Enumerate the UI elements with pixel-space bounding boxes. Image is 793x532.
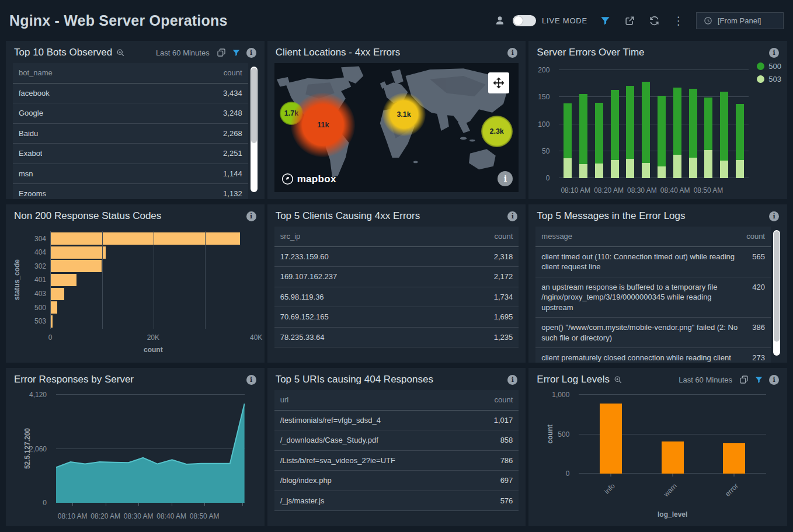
panel-title: Client Locations - 4xx Errors [276, 47, 401, 58]
map-bubble[interactable]: 11k [291, 93, 355, 157]
table-row[interactable]: Exabot2,251 [13, 144, 248, 164]
table-row[interactable]: /blog/index.php697 [274, 471, 519, 491]
stacked-bar[interactable] [689, 70, 697, 178]
column-header: count [495, 231, 513, 242]
map-info-icon[interactable] [498, 171, 513, 186]
bar[interactable] [51, 301, 57, 314]
table-row[interactable]: Google3,248 [13, 103, 248, 124]
info-icon[interactable] [507, 48, 517, 58]
scrollbar-thumb[interactable] [251, 68, 257, 143]
bar-segment [736, 104, 744, 160]
scrollbar[interactable] [251, 67, 258, 192]
cell-value: 1,734 [494, 292, 513, 302]
share-icon[interactable] [622, 13, 637, 27]
bar-segment [579, 164, 587, 178]
info-icon[interactable] [246, 48, 256, 58]
scrollbar[interactable] [773, 230, 780, 356]
stacked-bar[interactable] [642, 70, 650, 178]
table-row[interactable]: Ezooms1,132 [13, 184, 248, 199]
bar[interactable] [51, 315, 53, 328]
stacked-bar[interactable] [720, 70, 728, 178]
table-row[interactable]: 65.98.119.361,734 [274, 287, 519, 308]
table-row[interactable]: /testimonials/ref=vfgb_sdsd_41,017 [274, 411, 519, 431]
mapbox-attribution[interactable]: mapbox [281, 173, 336, 185]
table-row[interactable]: facebook3,434 [13, 84, 248, 104]
table-row[interactable]: /_downloads/Case_Study.pdf858 [274, 430, 519, 451]
panel-title: Top 5 Clients Causing 4xx Errors [276, 210, 420, 222]
table-row[interactable]: an upstream response is buffered to a te… [535, 277, 771, 318]
info-icon[interactable] [769, 211, 779, 221]
bar[interactable] [51, 232, 240, 245]
refresh-icon[interactable] [647, 13, 661, 27]
stacked-bar[interactable] [704, 70, 712, 178]
bar-segment [704, 150, 712, 178]
bar-segment [673, 155, 681, 178]
bar-segment [626, 86, 634, 159]
zoom-in-icon[interactable] [614, 375, 622, 384]
copy-panel-icon[interactable] [739, 375, 749, 384]
info-icon[interactable] [246, 375, 256, 385]
info-icon[interactable] [769, 48, 779, 58]
bar[interactable] [51, 246, 106, 259]
stacked-bar[interactable] [626, 70, 634, 178]
x-tick-label: 0 [48, 333, 53, 342]
legend-item[interactable]: 503 [757, 75, 781, 84]
info-icon[interactable] [246, 211, 256, 221]
bar[interactable] [51, 260, 102, 272]
bar[interactable] [51, 274, 76, 286]
panel-title: Top 10 Bots Observed [14, 47, 112, 58]
expand-map-button[interactable] [488, 72, 509, 93]
table-row[interactable]: 78.235.33.641,235 [274, 328, 519, 348]
legend-item[interactable]: 500 [757, 62, 781, 71]
table-row[interactable]: client prematurely closed connection whi… [535, 348, 771, 363]
cell-value: 386 [752, 322, 765, 333]
table-row[interactable]: 17.233.159.602,318 [274, 247, 519, 267]
table-row[interactable]: /Lists/b/ref=sva_videos_2?ie=UTF786 [274, 451, 519, 471]
bar[interactable] [51, 288, 64, 300]
filter-icon[interactable] [754, 375, 763, 384]
stacked-bar[interactable] [579, 70, 587, 178]
table-row[interactable]: 70.69.152.1651,695 [274, 307, 519, 328]
table-header-row: src_ipcount [274, 227, 519, 247]
table-row[interactable]: 169.107.162.2372,172 [274, 267, 519, 287]
stacked-bar[interactable] [564, 70, 572, 178]
stacked-bar[interactable] [658, 70, 666, 178]
bar[interactable] [723, 443, 745, 474]
info-icon[interactable] [769, 375, 779, 385]
filter-icon[interactable] [598, 13, 612, 27]
cell-key: Exabot [19, 148, 42, 159]
info-icon[interactable] [507, 211, 517, 221]
zoom-in-icon[interactable] [116, 48, 125, 57]
area-chart[interactable] [56, 395, 245, 503]
x-tick-label: 08:50 AM [694, 186, 724, 194]
bar[interactable] [662, 441, 684, 474]
table-row[interactable]: client timed out (110: Connection timed … [535, 247, 771, 277]
table-row[interactable]: /_js/master.js576 [274, 491, 519, 512]
user-icon[interactable] [493, 13, 507, 27]
time-range-value: [From Panel] [718, 16, 761, 25]
table-row[interactable]: msn1,144 [13, 164, 248, 185]
copy-panel-icon[interactable] [217, 48, 226, 57]
cell-key: 169.107.162.237 [280, 272, 338, 282]
cell-key: msn [19, 169, 33, 179]
cell-key: /testimonials/ref=vfgb_sdsd_4 [280, 415, 381, 426]
stacked-bar[interactable] [736, 70, 744, 178]
map-bubble[interactable]: 2.3k [481, 116, 513, 147]
bar[interactable] [600, 404, 622, 474]
stacked-bar[interactable] [611, 70, 619, 178]
bar-segment [611, 160, 619, 178]
map-bubble[interactable]: 3.1k [382, 93, 426, 136]
more-options-icon[interactable] [672, 13, 686, 27]
stacked-bar[interactable] [595, 70, 603, 178]
table-row[interactable]: Baidu2,268 [13, 124, 248, 144]
table-row[interactable]: open() "/www/com.mysite/mobile-vendor.pn… [535, 318, 771, 348]
time-range-selector[interactable]: [From Panel] [696, 12, 784, 29]
filter-icon[interactable] [232, 48, 241, 57]
map-canvas[interactable]: 1.7k11k3.1k2.3k mapbox [274, 63, 519, 192]
live-mode-toggle[interactable] [513, 15, 536, 26]
info-icon[interactable] [507, 375, 517, 385]
stacked-bar[interactable] [673, 70, 681, 178]
scrollbar-thumb[interactable] [774, 231, 780, 342]
cell-key: Google [19, 108, 43, 119]
y-tick-label: 401 [24, 276, 46, 284]
